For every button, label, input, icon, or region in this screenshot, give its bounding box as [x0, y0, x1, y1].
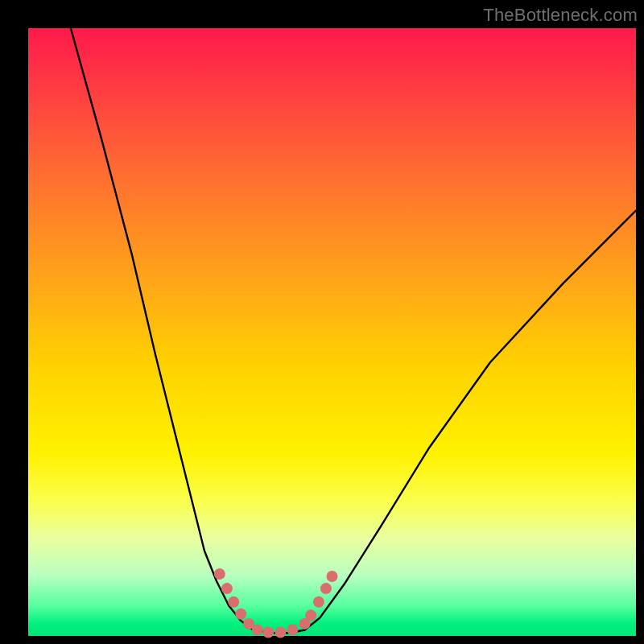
marker-dot	[262, 626, 274, 638]
watermark-text: TheBottleneck.com	[483, 5, 638, 26]
marker-dot	[275, 626, 286, 638]
marker-dot	[214, 568, 225, 580]
valley-markers	[214, 568, 338, 638]
series-left-branch	[71, 28, 254, 630]
plot-area	[28, 28, 636, 636]
marker-dot	[252, 624, 263, 635]
marker-dot	[287, 624, 298, 635]
series-right-branch	[305, 211, 636, 630]
marker-dot	[327, 571, 338, 582]
curve-svg	[28, 28, 636, 636]
marker-dot	[235, 609, 246, 620]
marker-dot	[228, 597, 239, 608]
marker-dot	[221, 583, 233, 594]
curve-lines	[71, 28, 636, 633]
marker-dot	[305, 609, 316, 621]
marker-dot	[313, 597, 324, 608]
marker-dot	[320, 583, 332, 594]
chart-frame: TheBottleneck.com	[0, 0, 644, 644]
